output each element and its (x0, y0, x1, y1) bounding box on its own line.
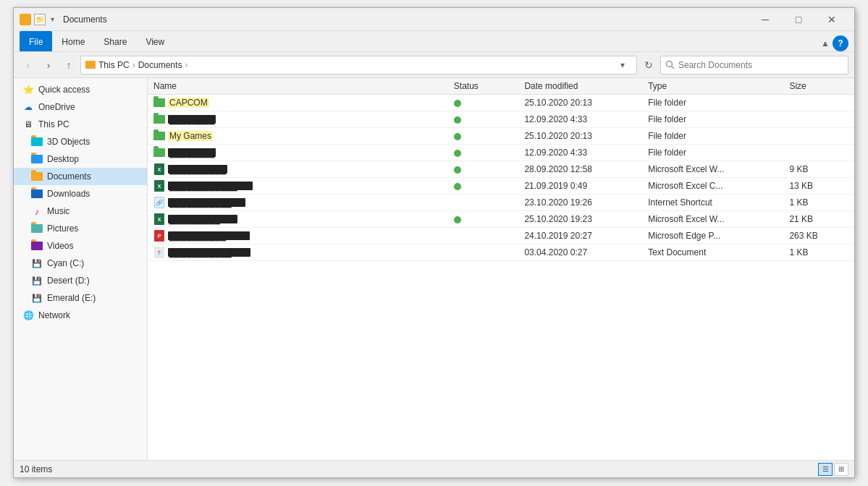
col-size[interactable]: Size (783, 78, 854, 95)
title-bar-icons: 📁 ▾ (20, 14, 56, 25)
sidebar-item-network[interactable]: 🌐 Network (14, 307, 147, 324)
breadcrumb-dropdown-icon[interactable]: ▾ (620, 60, 632, 70)
sidebar-label-desktop: Desktop (47, 154, 79, 164)
sidebar-label-emerald: Emerald (E:) (47, 293, 96, 303)
cell-status (448, 195, 519, 211)
cell-date: 03.04.2020 0:27 (518, 244, 642, 261)
file-rows: CAPCOM 25.10.2020 20:13 File folder ████… (148, 95, 854, 261)
file-name-blurred: ███████████ook (168, 198, 245, 207)
tab-share[interactable]: Share (94, 31, 136, 51)
cell-name: ████████ (148, 111, 448, 128)
sidebar-item-desktop[interactable]: Desktop (14, 150, 147, 168)
tab-home[interactable]: Home (52, 31, 94, 51)
forward-button[interactable]: › (40, 56, 57, 74)
maximize-button[interactable]: □ (782, 8, 815, 31)
table-row[interactable]: ████████ 12.09.2020 4:33 File folder (148, 111, 854, 128)
back-button[interactable]: ‹ (20, 56, 37, 74)
excel-icon: X (153, 213, 165, 225)
cell-date: 23.10.2020 19:26 (518, 195, 642, 211)
sidebar-item-downloads[interactable]: Downloads (14, 185, 147, 202)
sidebar-label-pictures: Pictures (47, 223, 78, 234)
sidebar-label-downloads: Downloads (47, 189, 90, 199)
cloud-icon: ☁ (22, 101, 34, 113)
breadcrumb-this-pc[interactable]: This PC (98, 60, 130, 70)
sidebar-item-emerald-e[interactable]: 💾 Emerald (E:) (14, 289, 147, 307)
sidebar-label-quick-access: Quick access (38, 85, 90, 95)
txt-icon: T (153, 247, 165, 258)
sidebar-item-cyan-c[interactable]: 💾 Cyan (C:) (14, 255, 147, 272)
table-row[interactable]: My Games 25.10.2020 20:13 File folder (148, 128, 854, 145)
folder-desktop-icon (31, 153, 43, 165)
table-row[interactable]: X ████████████.csv 21.09.2019 0:49 Micro… (148, 178, 854, 195)
cell-size (783, 145, 854, 161)
refresh-button[interactable]: ↻ (640, 56, 657, 74)
cell-size: 1 KB (783, 195, 854, 211)
cell-type: Microsoft Excel C... (642, 178, 783, 195)
folder-3d-icon (31, 136, 43, 148)
sidebar-label-desert: Desert (D:) (47, 276, 90, 286)
cell-type: Text Document (642, 244, 783, 261)
file-name-highlighted: CAPCOM (168, 98, 209, 108)
cell-size: 13 KB (783, 178, 854, 195)
sidebar-item-music[interactable]: ♪ Music (14, 202, 147, 220)
file-name-blurred: ██████████ (168, 165, 227, 174)
cell-date: 25.10.2020 20:13 (518, 95, 642, 111)
col-name[interactable]: Name (148, 78, 448, 95)
breadcrumb-sep-1: › (132, 60, 135, 70)
table-row[interactable]: X █████████.xlsx 25.10.2020 19:23 Micros… (148, 211, 854, 228)
up-button[interactable]: ↑ (60, 56, 77, 74)
cell-type: File folder (642, 128, 783, 145)
ribbon-collapse-button[interactable]: ▲ (821, 38, 830, 48)
cell-status (448, 111, 519, 128)
col-date[interactable]: Date modified (518, 78, 642, 95)
table-row[interactable]: X ██████████ 28.09.2020 12:58 Microsoft … (148, 161, 854, 178)
main-content: ⭐ Quick access ☁ OneDrive 🖥 This PC 3D O… (14, 78, 854, 460)
table-row[interactable]: P ██████████ие.pdf 24.10.2019 20:27 Micr… (148, 228, 854, 244)
view-icons-button[interactable]: ⊞ (834, 463, 848, 476)
sidebar-label-documents: Documents (47, 171, 91, 182)
ribbon-tabs: File Home Share View ▲ ? (14, 31, 854, 51)
search-input[interactable] (660, 56, 848, 74)
cell-type: Internet Shortcut (642, 195, 783, 211)
tab-view[interactable]: View (136, 31, 174, 51)
cell-date: 28.09.2020 12:58 (518, 161, 642, 178)
breadcrumb-bar[interactable]: This PC › Documents › ▾ (80, 56, 637, 74)
table-row[interactable]: CAPCOM 25.10.2020 20:13 File folder (148, 95, 854, 111)
table-row[interactable]: ████████ 12.09.2020 4:33 File folder (148, 145, 854, 161)
window-icon (20, 14, 31, 25)
cell-date: 24.10.2019 20:27 (518, 228, 642, 244)
folder-downloads-icon (31, 188, 43, 200)
cell-name: X ████████████.csv (148, 178, 448, 195)
window-title: Documents (60, 14, 749, 25)
col-type[interactable]: Type (642, 78, 783, 95)
view-details-button[interactable]: ☰ (818, 463, 833, 476)
sidebar-item-3d-objects[interactable]: 3D Objects (14, 133, 147, 150)
table-row[interactable]: T ███████████нт.txt 03.04.2020 0:27 Text… (148, 244, 854, 261)
cell-size (783, 95, 854, 111)
sidebar-item-videos[interactable]: Videos (14, 237, 147, 255)
cell-type: File folder (642, 145, 783, 161)
minimize-button[interactable]: ─ (749, 8, 782, 31)
toolbar-dropdown[interactable]: ▾ (49, 14, 56, 25)
quick-access-toolbar-icon[interactable]: 📁 (34, 14, 46, 25)
close-button[interactable]: ✕ (815, 8, 848, 31)
drive-e-icon: 💾 (31, 292, 43, 304)
help-button[interactable]: ? (833, 35, 848, 51)
sidebar-item-this-pc[interactable]: 🖥 This PC (14, 116, 147, 133)
sidebar-label-onedrive: OneDrive (38, 102, 75, 112)
folder-icon (153, 130, 165, 142)
cell-name: My Games (148, 128, 448, 145)
cell-type: Microsoft Excel W... (642, 211, 783, 228)
cell-status (448, 244, 519, 261)
sidebar-item-desert-d[interactable]: 💾 Desert (D:) (14, 272, 147, 289)
sidebar-item-onedrive[interactable]: ☁ OneDrive (14, 98, 147, 116)
sidebar-item-documents[interactable]: Documents (14, 168, 147, 185)
sidebar-item-quick-access[interactable]: ⭐ Quick access (14, 81, 147, 98)
sidebar-item-pictures[interactable]: Pictures (14, 220, 147, 237)
breadcrumb-documents[interactable]: Documents (138, 60, 182, 70)
drive-c-icon: 💾 (31, 257, 43, 269)
table-row[interactable]: 🔗 ███████████ook 23.10.2020 19:26 Intern… (148, 195, 854, 211)
col-status[interactable]: Status (448, 78, 519, 95)
cell-size: 263 KB (783, 228, 854, 244)
tab-file[interactable]: File (20, 31, 52, 51)
